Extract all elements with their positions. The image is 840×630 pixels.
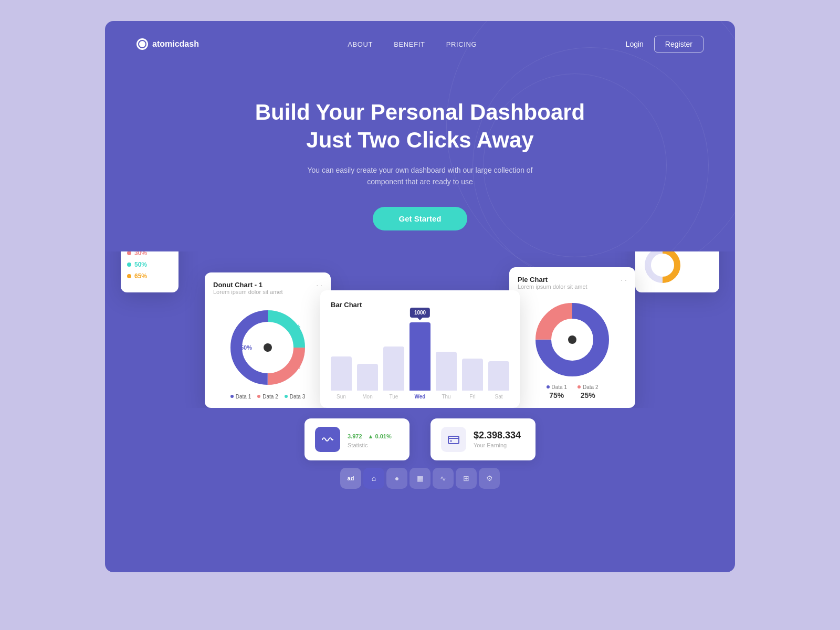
svg-text:50%: 50% — [240, 344, 252, 351]
legend-label-2: Data 2 — [262, 394, 278, 400]
stat-value-3: 50% — [134, 261, 147, 268]
nav-about[interactable]: ABOUT — [348, 40, 373, 48]
bar-label-sat: Sat — [488, 394, 509, 400]
navbar: atomicdash ABOUT BENEFIT PRICING Login R… — [105, 21, 735, 67]
stat-dot-4 — [127, 274, 131, 278]
svg-point-15 — [655, 257, 670, 273]
stat-row-2: 30% — [127, 251, 172, 257]
donut-chart-1-card: · · Donut Chart - 1 Lorem ipsum dolor si… — [205, 272, 331, 408]
hero-subtext: You can easily create your own dashboard… — [294, 164, 546, 188]
hero-headline: Build Your Personal Dashboard Just Two C… — [116, 99, 724, 154]
legend-dot-3 — [285, 395, 288, 398]
pie-legend-dot-1 — [547, 385, 550, 388]
stat-dot-2 — [127, 251, 131, 255]
nav-btn-wave[interactable]: ∿ — [433, 468, 454, 489]
donut-card-title: Donut Chart - 1 — [213, 281, 322, 289]
pie-legend-item-1: Data 1 75% — [547, 384, 567, 400]
nav-benefit[interactable]: BENEFIT — [394, 40, 425, 48]
stat-row-3: 50% — [127, 261, 172, 268]
stat-value-statistic: 3.972 ▲ 0.01% — [348, 430, 392, 441]
stat-info-statistic: 3.972 ▲ 0.01% Statistic — [348, 430, 392, 448]
pie-card-actions[interactable]: · · — [621, 276, 627, 284]
bar-label-tue: Tue — [383, 394, 404, 400]
nav-btn-grid[interactable]: ▦ — [410, 468, 430, 489]
stat-icon-wave — [315, 427, 340, 452]
bar-col-fri — [462, 359, 483, 390]
bar-label-thu: Thu — [436, 394, 457, 400]
pie-card-subtitle: Lorem ipsum dolor sit amet — [518, 284, 627, 290]
bar-col-thu — [436, 352, 457, 391]
pie-chart-visual — [518, 300, 627, 379]
stat-dot-3 — [127, 262, 131, 267]
pie-card-title: Pie Chart — [518, 276, 627, 284]
bottom-nav: ad ⌂ ● ▦ ∿ ⊞ ⚙ — [105, 460, 735, 499]
stat-card-earning: $2.398.334 Your Earning — [430, 418, 536, 460]
stat-card-statistic: 3.972 ▲ 0.01% Statistic — [304, 418, 410, 460]
svg-text:25%: 25% — [289, 363, 300, 370]
svg-text:25%: 25% — [289, 323, 300, 330]
pie-legend-label-2: Data 2 — [583, 384, 598, 390]
bar-chart-area: 1000 — [331, 317, 509, 391]
svg-point-12 — [568, 335, 576, 344]
bar-col-sun — [331, 356, 352, 391]
get-started-button[interactable]: Get Started — [373, 207, 468, 230]
nav-pricing[interactable]: PRICING — [446, 40, 477, 48]
nav-btn-table[interactable]: ⊞ — [456, 468, 477, 489]
svg-point-5 — [264, 343, 272, 352]
hero-section: Build Your Personal Dashboard Just Two C… — [105, 67, 735, 251]
legend-label-3: Data 3 — [290, 394, 305, 400]
bar-tue — [383, 346, 404, 391]
stat-label-earning: Your Earning — [474, 442, 521, 448]
pie-legend-item-2: Data 2 25% — [578, 384, 598, 400]
logo-icon — [136, 38, 148, 50]
register-button[interactable]: Register — [654, 36, 704, 52]
donut-chart-1-legend: Data 1 Data 2 Data 3 — [213, 394, 322, 400]
stat-info-earning: $2.398.334 Your Earning — [474, 430, 521, 448]
bar-label-mon: Mon — [357, 394, 378, 400]
pie-chart-legend: Data 1 75% Data 2 25% — [518, 384, 627, 400]
legend-dot-2 — [257, 395, 260, 398]
stat-change: ▲ 0.01% — [368, 433, 392, 439]
bar-label-sun: Sun — [331, 394, 352, 400]
donut-card-subtitle: Lorem ipsum dolor sit amet — [213, 289, 322, 295]
legend-item-1: Data 1 — [230, 394, 251, 400]
svg-rect-17 — [450, 440, 452, 442]
legend-item-2: Data 2 — [257, 394, 278, 400]
charts-section: 80% 30% 50% 65% · · Donut Chart - 1 Lore… — [105, 251, 735, 408]
donut-chart-2-card: Donut Chart - Lorem ipsum dolo — [635, 251, 719, 292]
main-container: atomicdash ABOUT BENEFIT PRICING Login R… — [105, 21, 735, 572]
stat-row-4: 65% — [127, 272, 172, 280]
bottom-stats: 3.972 ▲ 0.01% Statistic $2.398.334 Your … — [105, 408, 735, 460]
brand-name: atomicdash — [152, 39, 199, 49]
stat-value-2: 30% — [134, 251, 147, 257]
svg-rect-16 — [448, 436, 459, 444]
bar-col-mon — [357, 364, 378, 391]
bar-mon — [357, 364, 378, 391]
stat-value-4: 65% — [134, 272, 147, 280]
legend-label-1: Data 1 — [236, 394, 251, 400]
pie-legend-dot-2 — [578, 385, 581, 388]
bar-fri — [462, 359, 483, 390]
nav-btn-home[interactable]: ⌂ — [363, 468, 384, 489]
donut-card-actions[interactable]: · · — [316, 281, 322, 289]
bar-chart-card: Bar Chart 1000 SunMonTueWedThuFriSat — [320, 290, 520, 408]
bar-label-wed: Wed — [410, 394, 430, 400]
bar-sat — [488, 361, 509, 391]
bar-label-fri: Fri — [462, 394, 483, 400]
stat-icon-card — [441, 427, 466, 452]
nav-btn-logo[interactable]: ad — [340, 468, 361, 489]
donut-chart-1-visual: 50% 25% 25% — [213, 306, 322, 390]
nav-btn-circle[interactable]: ● — [386, 468, 407, 489]
pie-legend-value-2: 25% — [578, 391, 598, 400]
logo: atomicdash — [136, 38, 199, 50]
bar-col-wed: 1000 — [410, 322, 430, 391]
login-button[interactable]: Login — [626, 40, 644, 48]
stat-value-earning: $2.398.334 — [474, 430, 521, 441]
pie-chart-card: · · Pie Chart Lorem ipsum dolor sit amet — [509, 267, 635, 408]
legend-dot-1 — [230, 395, 234, 398]
nav-btn-settings[interactable]: ⚙ — [479, 468, 500, 489]
pie-legend-value-1: 75% — [547, 391, 567, 400]
stats-left-card: 80% 30% 50% 65% — [121, 251, 178, 292]
bar-labels-row: SunMonTueWedThuFriSat — [331, 394, 509, 400]
bar-col-tue — [383, 346, 404, 391]
